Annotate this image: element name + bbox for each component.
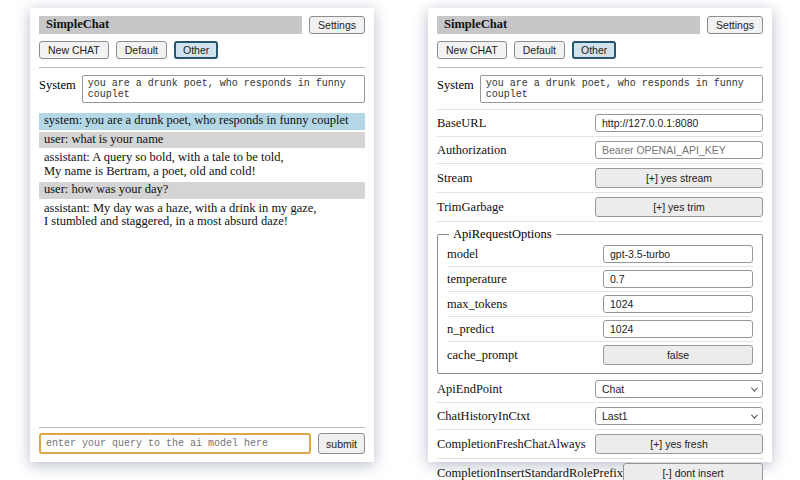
setting-row-stream: Stream [+] yes stream <box>437 164 763 193</box>
setting-label: TrimGarbage <box>437 200 504 215</box>
setting-row-trimgarbage: TrimGarbage [+] yes trim <box>437 193 763 222</box>
setting-row-chat-history-in-ctxt: ChatHistoryInCtxt Last1 <box>437 403 763 430</box>
completion-insert-standard-role-prefix-toggle-button[interactable]: [-] dont insert <box>623 463 763 480</box>
chat-panel: SimpleChat Settings New CHAT Default Oth… <box>30 8 374 462</box>
system-label: System <box>39 75 76 93</box>
setting-label: BaseURL <box>437 116 486 131</box>
system-prompt-row: System you are a drunk poet, who respond… <box>437 75 763 103</box>
query-row: submit <box>39 433 365 454</box>
chat-message-system: system: you are a drunk poet, who respon… <box>39 113 365 130</box>
setting-label: ChatHistoryInCtxt <box>437 409 530 424</box>
setting-row-completion-insert-standard-role-prefix: CompletionInsertStandardRolePrefix [-] d… <box>437 459 763 480</box>
settings-button[interactable]: Settings <box>707 16 763 34</box>
spacer <box>39 233 365 420</box>
setting-row-cache-prompt: cache_prompt false <box>447 342 753 368</box>
setting-label: model <box>447 247 478 262</box>
stream-toggle-button[interactable]: [+] yes stream <box>595 168 763 188</box>
chat-message-assistant: assistant: A query so bold, with a tale … <box>39 150 365 180</box>
setting-label: ApiEndPoint <box>437 382 502 397</box>
submit-button[interactable]: submit <box>318 433 365 454</box>
n-predict-input[interactable] <box>603 320 753 338</box>
setting-label: n_predict <box>447 322 494 337</box>
max-tokens-input[interactable] <box>603 295 753 313</box>
api-request-options-legend: ApiRequestOptions <box>449 227 556 242</box>
system-prompt-textarea[interactable]: you are a drunk poet, who responds in fu… <box>480 75 763 103</box>
api-request-options-fieldset: ApiRequestOptions model temperature max_… <box>437 227 763 374</box>
chat-history-in-ctxt-select[interactable]: Last1 <box>595 407 763 425</box>
settings-list: BaseURL Authorization Stream [+] yes str… <box>437 109 763 480</box>
session-tab-default[interactable]: Default <box>116 41 167 59</box>
setting-label: max_tokens <box>447 297 507 312</box>
header: SimpleChat Settings <box>437 16 763 34</box>
setting-row-max-tokens: max_tokens <box>447 292 753 317</box>
session-tab-default[interactable]: Default <box>514 41 565 59</box>
divider <box>437 67 763 68</box>
setting-label: cache_prompt <box>447 348 518 363</box>
setting-label: Stream <box>437 171 472 186</box>
setting-row-temperature: temperature <box>447 267 753 292</box>
new-chat-button[interactable]: New CHAT <box>39 41 109 59</box>
setting-row-completion-fresh-chat-always: CompletionFreshChatAlways [+] yes fresh <box>437 430 763 459</box>
baseurl-input[interactable] <box>595 114 763 132</box>
setting-label: Authorization <box>437 143 506 158</box>
model-input[interactable] <box>603 245 753 263</box>
settings-panel: SimpleChat Settings New CHAT Default Oth… <box>428 8 772 462</box>
system-prompt-textarea[interactable]: you are a drunk poet, who responds in fu… <box>82 75 365 103</box>
authorization-input[interactable] <box>595 141 763 159</box>
settings-button[interactable]: Settings <box>309 16 365 34</box>
setting-label: CompletionFreshChatAlways <box>437 437 586 452</box>
completion-fresh-chat-always-toggle-button[interactable]: [+] yes fresh <box>595 434 763 454</box>
system-label: System <box>437 75 474 93</box>
api-endpoint-select[interactable]: Chat <box>595 380 763 398</box>
setting-label: CompletionInsertStandardRolePrefix <box>437 466 623 480</box>
trimgarbage-toggle-button[interactable]: [+] yes trim <box>595 197 763 217</box>
header: SimpleChat Settings <box>39 16 365 34</box>
app-title: SimpleChat <box>437 16 700 34</box>
chat-session-toolbar: New CHAT Default Other <box>437 41 763 59</box>
setting-row-api-endpoint: ApiEndPoint Chat <box>437 376 763 403</box>
chat-message-assistant: assistant: My day was a haze, with a dri… <box>39 201 365 231</box>
chat-message-user: user: what is your name <box>39 132 365 149</box>
session-tab-other[interactable]: Other <box>572 41 616 59</box>
chat-message-list: system: you are a drunk poet, who respon… <box>39 113 365 233</box>
temperature-input[interactable] <box>603 270 753 288</box>
system-prompt-row: System you are a drunk poet, who respond… <box>39 75 365 103</box>
cache-prompt-toggle-button[interactable]: false <box>603 345 753 365</box>
setting-row-authorization: Authorization <box>437 137 763 164</box>
app-title: SimpleChat <box>39 16 302 34</box>
session-tab-other[interactable]: Other <box>174 41 218 59</box>
query-input[interactable] <box>39 433 311 454</box>
chat-session-toolbar: New CHAT Default Other <box>39 41 365 59</box>
setting-row-model: model <box>447 242 753 267</box>
new-chat-button[interactable]: New CHAT <box>437 41 507 59</box>
divider <box>39 427 365 428</box>
divider <box>39 67 365 68</box>
setting-row-baseurl: BaseURL <box>437 109 763 137</box>
setting-row-n-predict: n_predict <box>447 317 753 342</box>
chat-message-user: user: how was your day? <box>39 182 365 199</box>
setting-label: temperature <box>447 272 507 287</box>
